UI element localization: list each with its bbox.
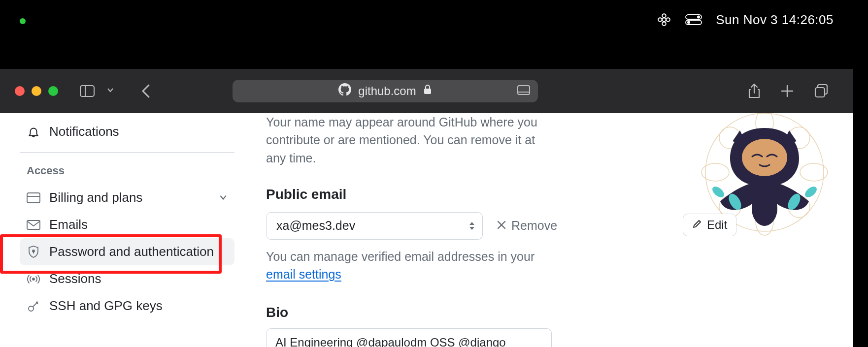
- svg-point-21: [33, 250, 34, 252]
- svg-point-43: [710, 185, 726, 199]
- public-email-select[interactable]: xa@mes3.dev: [266, 212, 483, 240]
- email-help-text: You can manage verified email addresses …: [266, 248, 542, 284]
- svg-point-24: [29, 306, 33, 311]
- pencil-icon: [692, 218, 702, 232]
- window-close-button[interactable]: [15, 86, 25, 96]
- sidebar-item-password-auth[interactable]: Password and authentication: [20, 238, 234, 265]
- svg-marker-28: [469, 227, 474, 230]
- svg-rect-17: [815, 88, 825, 97]
- svg-marker-27: [469, 222, 474, 225]
- settings-main: Your name may appear around GitHub where…: [246, 113, 853, 347]
- share-icon[interactable]: [748, 83, 761, 99]
- camera-indicator-dot: [20, 18, 26, 24]
- tab-overview-icon[interactable]: [814, 84, 829, 98]
- sidebar-item-label: Billing and plans: [49, 190, 142, 205]
- sidebar-item-label: Sessions: [49, 271, 101, 286]
- site-favicon-github-icon: [338, 83, 351, 99]
- screen: Sun Nov 3 14:26:05: [0, 0, 853, 347]
- window-minimize-button[interactable]: [32, 86, 41, 96]
- svg-point-6: [697, 16, 700, 19]
- broadcast-icon: [27, 272, 40, 286]
- address-bar[interactable]: github.com: [233, 80, 538, 102]
- edit-label: Edit: [707, 218, 727, 232]
- sidebar-item-label: Notifications: [49, 124, 119, 139]
- select-caret-icon: [468, 221, 475, 231]
- svg-rect-12: [518, 86, 530, 95]
- app-menu-icon[interactable]: [657, 12, 671, 27]
- sidebar-item-label: Password and authentication: [49, 244, 214, 259]
- reader-mode-icon[interactable]: [517, 84, 530, 98]
- avatar-section: Edit: [681, 113, 848, 236]
- sidebar-item-emails[interactable]: Emails: [20, 211, 234, 238]
- svg-point-23: [33, 278, 34, 280]
- svg-rect-18: [27, 193, 40, 203]
- sidebar-item-billing[interactable]: Billing and plans: [20, 184, 234, 211]
- page-content: Notifications Access Billing and plans: [0, 113, 853, 347]
- svg-point-44: [803, 185, 819, 199]
- sidebar-toggle-icon[interactable]: [80, 85, 95, 97]
- remove-label: Remove: [511, 219, 557, 233]
- shield-lock-icon: [27, 245, 40, 259]
- svg-rect-11: [424, 89, 431, 94]
- svg-rect-20: [27, 221, 40, 229]
- svg-point-2: [662, 22, 666, 26]
- menubar-clock[interactable]: Sun Nov 3 14:26:05: [716, 12, 834, 28]
- sidebar-item-notifications[interactable]: Notifications: [20, 118, 234, 145]
- settings-sidebar: Notifications Access Billing and plans: [0, 113, 246, 347]
- window-zoom-button[interactable]: [48, 86, 58, 96]
- svg-point-40: [742, 139, 787, 176]
- back-button[interactable]: [141, 84, 152, 98]
- bio-title: Bio: [266, 305, 834, 320]
- tab-group-chevron-icon[interactable]: [106, 86, 114, 96]
- sidebar-item-sessions[interactable]: Sessions: [20, 265, 234, 292]
- new-tab-icon[interactable]: [780, 84, 794, 98]
- svg-point-1: [662, 14, 666, 18]
- svg-point-8: [687, 21, 690, 24]
- mail-icon: [27, 218, 40, 232]
- lock-icon: [423, 84, 432, 98]
- control-center-icon[interactable]: [685, 14, 702, 25]
- window-controls: [15, 86, 58, 96]
- sidebar-item-label: SSH and GPG keys: [49, 298, 163, 314]
- safari-toolbar: github.com: [0, 69, 853, 113]
- svg-rect-9: [80, 86, 94, 96]
- chevron-down-icon: [219, 190, 228, 205]
- key-icon: [27, 299, 40, 313]
- edit-avatar-button[interactable]: Edit: [683, 214, 736, 236]
- device-frame: Sun Nov 3 14:26:05: [0, 0, 868, 347]
- svg-point-4: [667, 18, 670, 22]
- bio-textarea[interactable]: AI Engineering @dapaulodm OSS @django: [266, 328, 552, 347]
- x-icon: [497, 219, 506, 233]
- macos-menubar: Sun Nov 3 14:26:05: [0, 0, 853, 59]
- address-domain: github.com: [358, 84, 416, 98]
- credit-card-icon: [27, 191, 40, 205]
- sidebar-item-label: Emails: [49, 217, 88, 232]
- bell-icon: [27, 125, 40, 139]
- remove-email-button[interactable]: Remove: [497, 219, 557, 233]
- email-settings-link[interactable]: email settings: [266, 267, 341, 281]
- sidebar-item-ssh-gpg[interactable]: SSH and GPG keys: [20, 292, 234, 319]
- divider: [20, 152, 234, 153]
- svg-point-3: [658, 18, 662, 22]
- sidebar-heading-access: Access: [20, 161, 234, 184]
- name-help-text: Your name may appear around GitHub where…: [266, 113, 552, 167]
- svg-point-0: [662, 18, 666, 22]
- public-email-value: xa@mes3.dev: [276, 219, 355, 233]
